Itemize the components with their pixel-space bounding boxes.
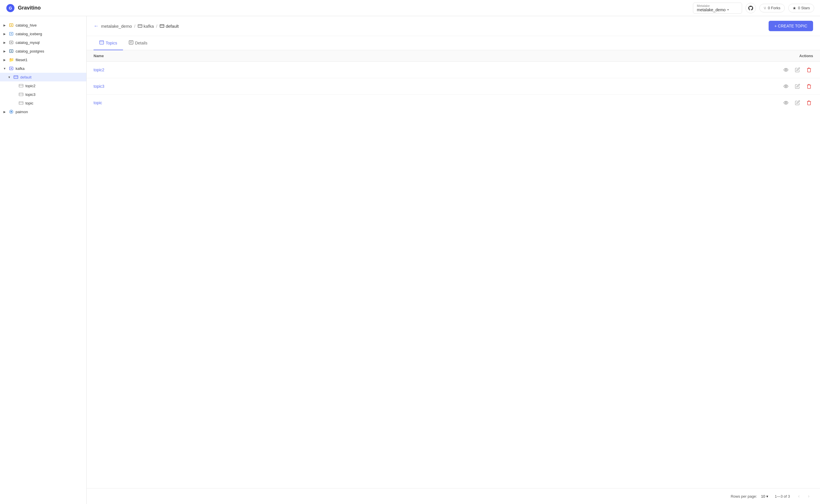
topic-icon (18, 100, 24, 106)
toggle-icon: ▶ (2, 57, 7, 62)
header-left: G Gravitino (6, 3, 41, 13)
tabs-bar: Topics Details (87, 36, 820, 50)
details-tab-icon (129, 40, 133, 46)
folder-icon: 📁 (9, 57, 14, 62)
back-button[interactable]: ← (94, 23, 99, 29)
sidebar-item-catalog-postgres[interactable]: ▶ catalog_postgres (0, 47, 86, 55)
sidebar-item-kafka[interactable]: ▼ kafka (0, 64, 86, 73)
catalog-mysql-icon (9, 40, 14, 45)
prev-page-button[interactable]: ‹ (795, 492, 803, 501)
header-right: Metalake metalake_demo ▾ ⑂ 0 Forks ★ 0 S… (693, 3, 814, 14)
create-topic-button[interactable]: + CREATE TOPIC (769, 21, 813, 31)
github-button[interactable] (746, 3, 756, 13)
edit-topic-button[interactable] (793, 99, 802, 107)
catalog-postgres-icon (9, 48, 14, 54)
svg-rect-14 (19, 84, 23, 87)
breadcrumb-schema: default (160, 24, 179, 29)
page-info: 1—3 of 3 (775, 494, 790, 499)
toggle-icon: ▶ (2, 109, 7, 114)
svg-point-3 (11, 25, 12, 26)
topic-actions-cell (346, 95, 820, 111)
breadcrumb-catalog-name[interactable]: kafka (143, 24, 154, 29)
github-icon (748, 5, 754, 11)
view-topic2-button[interactable] (782, 66, 790, 74)
toggle-icon: ▶ (2, 23, 7, 27)
delete-topic3-button[interactable] (805, 82, 813, 90)
tab-topics[interactable]: Topics (94, 36, 123, 50)
schema-icon (13, 74, 18, 80)
breadcrumb-sep2: / (156, 24, 157, 29)
sidebar-label: topic3 (25, 92, 36, 97)
app-body: ▶ catalog_hive ▶ catalog_iceberg ▶ catal… (0, 16, 820, 504)
topic2-link[interactable]: topic2 (94, 68, 104, 72)
pagination-bar: Rows per page: 10 ▾ 1—3 of 3 ‹ › (87, 488, 820, 504)
svg-rect-22 (138, 25, 142, 27)
sidebar-item-paimon[interactable]: ▶ paimon (0, 107, 86, 116)
topics-table: Name Actions topic2 (87, 50, 820, 111)
delete-topic2-button[interactable] (805, 66, 813, 74)
stars-count: 0 Stars (798, 6, 810, 10)
topic-link[interactable]: topic (94, 100, 102, 105)
sidebar-label: paimon (16, 110, 28, 114)
metalake-name: metalake_demo (697, 8, 726, 12)
sidebar-label: default (20, 75, 31, 79)
kafka-icon (9, 66, 14, 71)
next-page-button[interactable]: › (804, 492, 813, 501)
edit-topic3-button[interactable] (793, 82, 802, 90)
table-row: topic3 (87, 78, 820, 95)
rows-per-page-label: Rows per page: (731, 494, 757, 499)
sidebar-item-fileset1[interactable]: ▶ 📁 fileset1 (0, 55, 86, 64)
tab-topics-label: Topics (106, 41, 117, 45)
topic3-actions-cell (346, 78, 820, 95)
sidebar-item-topic[interactable]: topic (0, 99, 86, 107)
table-row: topic2 (87, 62, 820, 78)
topic-icon (18, 83, 24, 88)
breadcrumb-metalake[interactable]: metalake_demo (101, 24, 132, 29)
sidebar-label: kafka (16, 66, 25, 71)
star-icon: ★ (793, 6, 796, 10)
edit-topic2-button[interactable] (793, 66, 802, 74)
delete-topic-button[interactable] (805, 99, 813, 107)
breadcrumb-schema-name: default (166, 24, 179, 29)
sidebar-item-topic2[interactable]: topic2 (0, 81, 86, 90)
sidebar-item-default[interactable]: ▼ default (0, 73, 86, 81)
svg-rect-28 (129, 41, 133, 44)
toggle-icon: ▶ (2, 31, 7, 36)
tab-details-label: Details (135, 41, 148, 45)
view-topic3-button[interactable] (782, 82, 790, 90)
svg-point-32 (785, 86, 787, 87)
topics-table-container: Name Actions topic2 (87, 50, 820, 488)
sidebar-label: fileset1 (16, 58, 27, 62)
sidebar-item-catalog-iceberg[interactable]: ▶ catalog_iceberg (0, 29, 86, 38)
svg-point-21 (10, 111, 12, 113)
sidebar-item-catalog-mysql[interactable]: ▶ catalog_mysql (0, 38, 86, 47)
sidebar-label: topic (25, 101, 33, 105)
metalake-selector[interactable]: Metalake metalake_demo ▾ (693, 3, 742, 14)
view-topic-button[interactable] (782, 99, 790, 107)
breadcrumb-sep1: / (134, 24, 135, 29)
sidebar-label: catalog_mysql (16, 40, 40, 45)
fork-icon: ⑂ (764, 6, 766, 10)
rows-per-page-chevron: ▾ (766, 494, 768, 499)
sidebar-item-catalog-hive[interactable]: ▶ catalog_hive (0, 21, 86, 29)
stars-button[interactable]: ★ 0 Stars (788, 4, 814, 12)
app-header: G Gravitino Metalake metalake_demo ▾ ⑂ 0… (0, 0, 820, 16)
toggle-icon: ▼ (7, 75, 12, 79)
toggle-icon: ▶ (2, 49, 7, 53)
svg-rect-26 (100, 41, 104, 44)
metalake-label: Metalake (697, 4, 738, 8)
topic3-link[interactable]: topic3 (94, 84, 104, 89)
topic-action-icons (353, 99, 813, 107)
forks-button[interactable]: ⑂ 0 Forks (759, 4, 784, 12)
svg-point-33 (785, 102, 787, 104)
topic3-action-icons (353, 82, 813, 90)
breadcrumb-bar: ← metalake_demo / kafka / default + CREA… (87, 16, 820, 36)
topic-icon (18, 92, 24, 97)
svg-rect-16 (19, 93, 23, 96)
rows-per-page-select[interactable]: 10 ▾ (759, 493, 770, 500)
topic-name-cell: topic (87, 95, 346, 111)
sidebar-item-topic3[interactable]: topic3 (0, 90, 86, 99)
chevron-down-icon: ▾ (727, 8, 729, 11)
tab-details[interactable]: Details (123, 36, 153, 50)
topic-name-cell: topic2 (87, 62, 346, 78)
